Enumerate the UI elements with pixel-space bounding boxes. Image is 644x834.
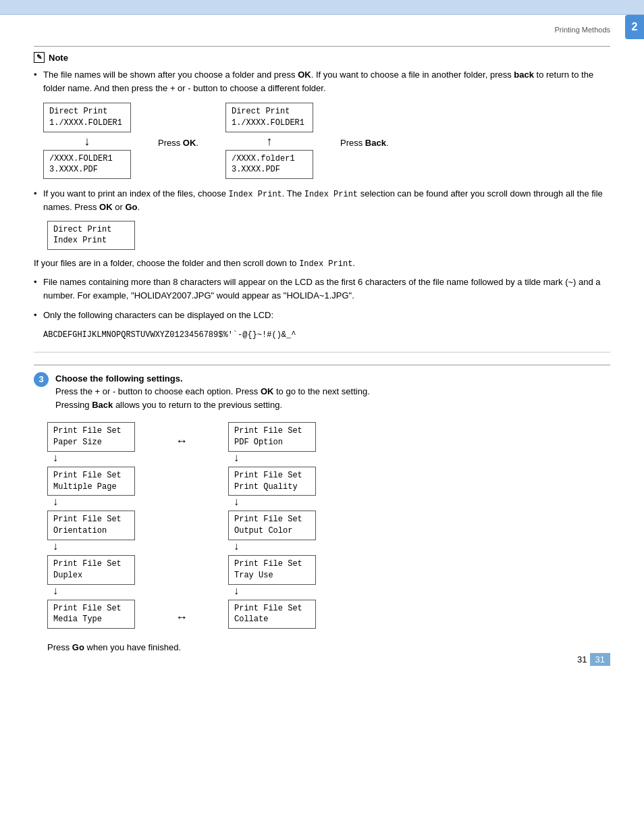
setting-duplex: Print File SetDuplex ↓ (47, 555, 135, 597)
divider (34, 352, 610, 353)
note-bullet-4: Only the following characters can be dis… (34, 309, 610, 322)
chars-line: ABCDEFGHIJKLMNOPQRSTUVWXYZ0123456789$%'`… (43, 329, 610, 341)
press-go-text: Press Go when you have finished. (47, 642, 610, 652)
note-icon: ✎ (34, 52, 45, 63)
step-3-header: 3 Choose the following settings. Press t… (34, 372, 610, 412)
lcd-box-4: /XXXX.folder1 3.XXXX.PDF (225, 150, 313, 180)
page-number: 31 31 (577, 653, 610, 666)
setting-collate: Print File SetCollate (228, 600, 316, 629)
setting-media-type: Print File SetMedia Type (47, 600, 135, 629)
index-lcd-box: Direct Print Index Print (47, 221, 135, 251)
settings-col-1: Print File SetPaper Size ↓ Print File Se… (47, 422, 135, 631)
setting-output-color: Print File SetOutput Color ↓ (228, 511, 316, 552)
setting-pdf-option: Print File SetPDF Option ↓ (228, 422, 316, 464)
page-header: Printing Methods (34, 22, 610, 34)
setting-paper-size: Print File SetPaper Size ↓ (47, 422, 135, 464)
press-ok-label: Press OK. (158, 136, 198, 150)
index-para: If your files are in a folder, choose th… (34, 257, 610, 270)
settings-col-2: Print File SetPDF Option ↓ Print File Se… (228, 422, 316, 631)
top-bar (0, 0, 644, 15)
arrow-down-1: ↓ (84, 135, 90, 147)
setting-tray-use: Print File SetTray Use ↓ (228, 555, 316, 597)
step-3-section: 3 Choose the following settings. Press t… (34, 365, 610, 652)
setting-print-quality: Print File SetPrint Quality ↓ (228, 467, 316, 509)
step-3-text: Choose the following settings. Press the… (55, 372, 370, 412)
note-bullet-1: The file names will be shown after you c… (34, 68, 610, 95)
note-bullet-3: File names containing more than 8 charac… (34, 276, 610, 302)
press-back-label: Press Back. (340, 136, 389, 150)
settings-grid: Print File SetPaper Size ↓ Print File Se… (47, 422, 610, 631)
lcd-box-3: Direct Print 1./XXXX.FOLDER1 (225, 103, 313, 132)
lcd-box-1: Direct Print 1./XXXX.FOLDER1 (43, 103, 131, 132)
col-connectors: ↔ ↔ (176, 422, 188, 631)
arrow-down-2: ↑ (266, 135, 272, 147)
note-title: ✎ Note (34, 52, 610, 63)
lcd-diagram-ok: Direct Print 1./XXXX.FOLDER1 ↓ /XXXX.FOL… (43, 103, 610, 179)
page-number-box: 31 (590, 653, 610, 666)
note-bullet-2: If you want to print an index of the fil… (34, 187, 610, 214)
setting-multiple-page: Print File SetMultiple Page ↓ (47, 467, 135, 509)
lcd-box-2: /XXXX.FOLDER1 3.XXXX.PDF (43, 150, 131, 180)
setting-orientation: Print File SetOrientation ↓ (47, 511, 135, 552)
index-lcd-wrap: Direct Print Index Print (47, 221, 610, 251)
note-body: The file names will be shown after you c… (34, 68, 610, 341)
step-circle: 3 (34, 372, 49, 387)
note-section: ✎ Note The file names will be shown afte… (34, 46, 610, 341)
